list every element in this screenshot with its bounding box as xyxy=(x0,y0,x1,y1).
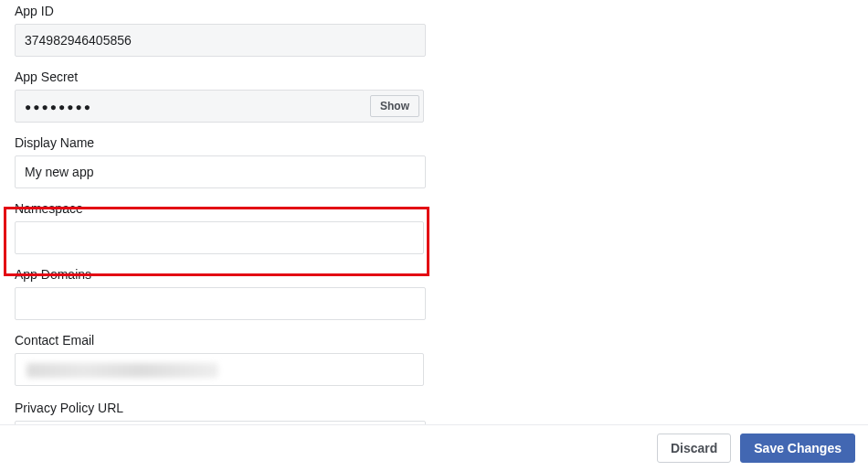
label-contact-email: Contact Email xyxy=(15,333,424,348)
save-changes-button[interactable]: Save Changes xyxy=(740,434,855,463)
label-privacy-url: Privacy Policy URL xyxy=(15,401,426,415)
namespace-input[interactable] xyxy=(15,221,424,254)
label-display-name: Display Name xyxy=(15,135,426,150)
footer-bar: Discard Save Changes xyxy=(0,424,868,471)
app-id-box: 374982946405856 xyxy=(15,24,426,57)
label-app-secret: App Secret xyxy=(15,70,424,84)
app-id-value: 374982946405856 xyxy=(25,33,132,48)
label-app-id: App ID xyxy=(15,4,426,18)
label-app-domains: App Domains xyxy=(15,267,426,282)
label-namespace: Namespace xyxy=(15,201,424,216)
app-secret-mask: ●●●●●●●● xyxy=(25,101,92,113)
display-name-input[interactable] xyxy=(15,155,426,188)
app-domains-input[interactable] xyxy=(15,287,426,320)
contact-email-input[interactable] xyxy=(15,353,424,386)
app-secret-box: ●●●●●●●● Show xyxy=(15,90,424,123)
contact-email-redacted xyxy=(26,363,218,378)
show-secret-button[interactable]: Show xyxy=(370,95,419,117)
discard-button[interactable]: Discard xyxy=(657,434,731,463)
